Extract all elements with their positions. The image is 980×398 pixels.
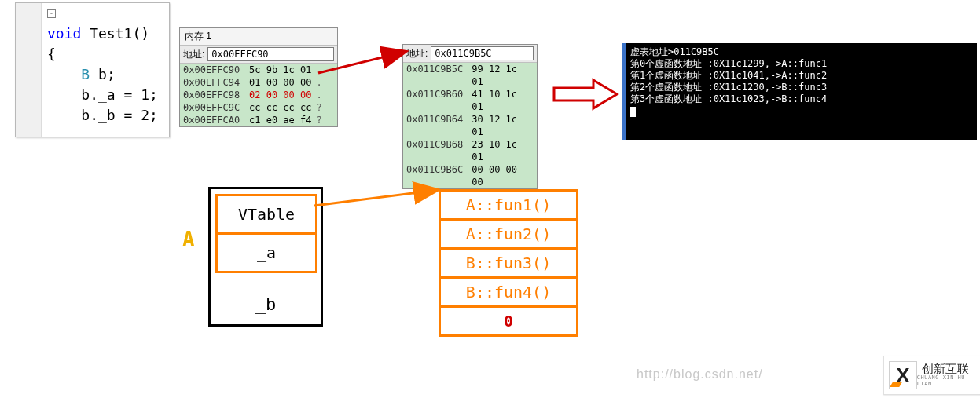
- memory-row: 0x00EFFC905c 9b 1c 01.: [180, 64, 337, 76]
- address-label: 地址:: [183, 48, 204, 61]
- console-line-4: 第3个虚函数地址 :0X11c1023,->B::func4: [630, 93, 827, 104]
- mem-bytes: 41 10 1c 01: [472, 88, 534, 113]
- obj-cell-b: _b: [211, 283, 321, 324]
- mem-bytes: 23 10 1c 01: [472, 138, 534, 163]
- memory-row: 0x011C9B5C99 12 1c 01: [403, 63, 537, 88]
- memory-pane-2: 地址: 0x011C9B5C 0x011C9B5C99 12 1c 010x01…: [402, 44, 538, 189]
- address-input-2[interactable]: 0x011C9B5C: [431, 46, 534, 60]
- mem-suffix: .: [316, 89, 321, 101]
- arrow-mem1-to-mem2: [314, 46, 417, 77]
- memory-row: 0x011C9B6430 12 1c 01: [403, 113, 537, 138]
- obj-cell-a: _a: [218, 235, 315, 271]
- vtable-entry-0: A::fun1(): [441, 192, 576, 221]
- label-A: A: [182, 228, 195, 251]
- arrow-vtable-pointer: [313, 182, 446, 214]
- console-line-0: 虚表地址>011C9B5C: [630, 46, 719, 57]
- mem-addr: 0x00EFFC90: [183, 64, 249, 76]
- memory-row: 0x00EFFC9401 00 00 00.: [180, 76, 337, 89]
- mem-addr: 0x011C9B68: [406, 138, 472, 163]
- svg-line-0: [318, 52, 405, 73]
- mem-bytes: 01 00 00 00: [249, 76, 311, 89]
- object-inner: VTable _a: [215, 194, 317, 273]
- mem-bytes: 30 12 1c 01: [472, 113, 534, 138]
- mem-suffix: ?: [316, 114, 321, 126]
- logo-mark-icon: X: [889, 361, 917, 389]
- memory-row: 0x00EFFCA0c1 e0 ae f4?: [180, 114, 337, 126]
- logo-en: CHUANG XIN HU LIAN: [917, 374, 980, 387]
- memory-row: 0x011C9B6041 10 1c 01: [403, 88, 537, 113]
- svg-line-1: [314, 190, 437, 206]
- func-name: Test1(): [81, 25, 149, 42]
- logo-box: X 创新互联 CHUANG XIN HU LIAN: [883, 356, 980, 395]
- console-cursor: [630, 107, 636, 117]
- memory-row: 0x011C9B6823 10 1c 01: [403, 138, 537, 163]
- mem-addr: 0x00EFFCA0: [183, 114, 249, 126]
- console-line-3: 第2个虚函数地址 :0X11c1230,->B::func3: [630, 82, 827, 93]
- keyword-void: void: [47, 25, 81, 42]
- memory-pane-1: 内存 1 地址: 0x00EFFC90 0x00EFFC905c 9b 1c 0…: [179, 27, 338, 127]
- memory-address-bar-2: 地址: 0x011C9B5C: [403, 45, 537, 63]
- decl-b: b;: [90, 66, 116, 82]
- watermark-text: http://blog.csdn.net/: [637, 367, 763, 382]
- console-line-1: 第0个虚函数地址 :0X11c1299,->A::func1: [630, 58, 827, 69]
- logo-cn: 创新互联: [922, 363, 980, 374]
- mem-addr: 0x00EFFC9C: [183, 101, 249, 114]
- stmt-b: b._b = 2;: [81, 107, 158, 123]
- mem-bytes: 02 00 00 00: [249, 89, 311, 101]
- console-output: 虚表地址>011C9B5C 第0个虚函数地址 :0X11c1299,->A::f…: [622, 43, 977, 140]
- vtable-entry-null: 0: [441, 308, 576, 334]
- mem-suffix: ?: [316, 101, 321, 114]
- memory-body-2: 0x011C9B5C99 12 1c 010x011C9B6041 10 1c …: [403, 63, 537, 188]
- mem-bytes: 5c 9b 1c 01: [249, 64, 311, 76]
- obj-cell-vtable: VTable: [218, 196, 315, 235]
- code-body: void Test1() { B b; b._a = 1; b._b = 2;: [47, 3, 158, 146]
- code-gutter: [16, 3, 42, 137]
- vtable-entry-2: B::fun3(): [441, 250, 576, 279]
- mem-addr: 0x00EFFC98: [183, 89, 249, 101]
- mem-suffix: .: [316, 76, 321, 89]
- memory-tab-1[interactable]: 内存 1: [180, 28, 337, 46]
- console-line-2: 第1个虚函数地址 :0X11c1041,->A::func2: [630, 70, 827, 81]
- brace-open: {: [47, 46, 56, 62]
- vtable-entry-1: A::fun2(): [441, 221, 576, 250]
- memory-address-bar-1: 地址: 0x00EFFC90: [180, 46, 337, 64]
- stmt-a: b._a = 1;: [81, 86, 158, 103]
- mem-bytes: 00 00 00 00: [472, 163, 534, 188]
- memory-body-1: 0x00EFFC905c 9b 1c 01.0x00EFFC9401 00 00…: [180, 64, 337, 126]
- mem-bytes: c1 e0 ae f4: [249, 114, 311, 126]
- mem-bytes: 99 12 1c 01: [472, 63, 534, 88]
- object-box: VTable _a _b: [208, 187, 323, 327]
- mem-addr: 0x00EFFC94: [183, 76, 249, 89]
- vtable-entry-3: B::fun4(): [441, 279, 576, 308]
- code-pane: - void Test1() { B b; b._a = 1; b._b = 2…: [15, 2, 170, 137]
- vtable-list: A::fun1() A::fun2() B::fun3() B::fun4() …: [439, 189, 578, 337]
- type-B: B: [81, 66, 90, 82]
- arrow-to-console: [550, 79, 621, 110]
- mem-addr: 0x011C9B64: [406, 113, 472, 138]
- mem-addr: 0x011C9B60: [406, 88, 472, 113]
- memory-row: 0x00EFFC9802 00 00 00.: [180, 89, 337, 101]
- mem-bytes: cc cc cc cc: [249, 101, 311, 114]
- memory-row: 0x00EFFC9Ccc cc cc cc?: [180, 101, 337, 114]
